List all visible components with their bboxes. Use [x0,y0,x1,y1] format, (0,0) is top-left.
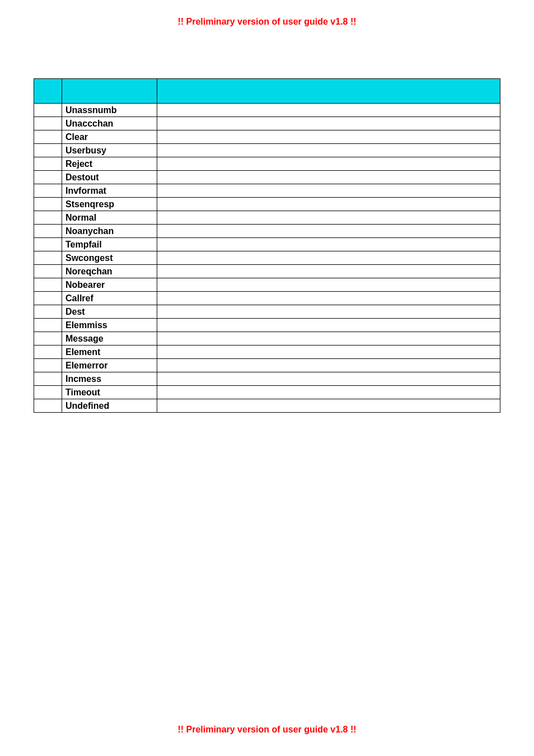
row-name-cell: Elemmiss [62,319,157,332]
table-body: UnassnumbUnaccchanClearUserbusyRejectDes… [34,79,500,413]
header-cell [34,79,62,94]
table-row: Element [34,346,500,359]
row-index-cell [34,372,62,386]
row-index-cell [34,399,62,413]
row-name-cell: Nobearer [62,278,157,292]
row-name-cell: Noanychan [62,225,157,238]
table-row: Unassnumb [34,104,500,117]
row-name-cell: Normal [62,211,157,225]
row-value-cell [157,117,500,130]
table-row: Tempfail [34,238,500,251]
row-index-cell [34,117,62,130]
table-row: Unaccchan [34,117,500,130]
row-value-cell [157,238,500,251]
table-row: Undefined [34,399,500,413]
table-row: Timeout [34,386,500,399]
row-value-cell [157,386,500,399]
table-row: Userbusy [34,144,500,157]
row-index-cell [34,184,62,198]
table-row: Elemerror [34,359,500,372]
row-value-cell [157,278,500,292]
row-name-cell: Element [62,346,157,359]
row-value-cell [157,359,500,372]
row-index-cell [34,198,62,211]
row-index-cell [34,104,62,117]
row-value-cell [157,144,500,157]
row-index-cell [34,130,62,144]
row-value-cell [157,372,500,386]
row-index-cell [34,265,62,278]
row-index-cell [34,211,62,225]
row-name-cell: Unaccchan [62,117,157,130]
header-cell [62,94,157,104]
table-row: Nobearer [34,278,500,292]
table-row: Noreqchan [34,265,500,278]
row-index-cell [34,319,62,332]
row-value-cell [157,171,500,184]
row-value-cell [157,211,500,225]
row-index-cell [34,278,62,292]
row-index-cell [34,359,62,372]
table-row: Incmess [34,372,500,386]
header-cell [62,79,157,94]
table-row: Normal [34,211,500,225]
row-name-cell: Clear [62,130,157,144]
row-index-cell [34,305,62,319]
table-row: Destout [34,171,500,184]
row-value-cell [157,305,500,319]
row-value-cell [157,346,500,359]
row-value-cell [157,319,500,332]
row-name-cell: Undefined [62,399,157,413]
parameters-table-wrap: UnassnumbUnaccchanClearUserbusyRejectDes… [34,78,500,413]
table-row: Swcongest [34,251,500,265]
row-name-cell: Incmess [62,372,157,386]
row-name-cell: Elemerror [62,359,157,372]
row-name-cell: Reject [62,157,157,171]
header-cell [157,94,500,104]
table-row: Dest [34,305,500,319]
row-name-cell: Timeout [62,386,157,399]
table-row: Reject [34,157,500,171]
row-value-cell [157,104,500,117]
row-value-cell [157,265,500,278]
row-name-cell: Userbusy [62,144,157,157]
row-name-cell: Destout [62,171,157,184]
row-value-cell [157,130,500,144]
row-index-cell [34,171,62,184]
parameters-table: UnassnumbUnaccchanClearUserbusyRejectDes… [34,78,500,413]
table-row: Noanychan [34,225,500,238]
row-value-cell [157,332,500,346]
table-header-row-bottom [34,94,500,104]
table-row: Stsenqresp [34,198,500,211]
row-value-cell [157,184,500,198]
row-value-cell [157,225,500,238]
row-index-cell [34,251,62,265]
row-name-cell: Message [62,332,157,346]
page-header-banner: !! Preliminary version of user guide v1.… [0,17,534,27]
row-name-cell: Swcongest [62,251,157,265]
header-cell [34,94,62,104]
row-value-cell [157,251,500,265]
table-row: Invformat [34,184,500,198]
table-row: Message [34,332,500,346]
row-index-cell [34,144,62,157]
row-name-cell: Tempfail [62,238,157,251]
table-header-row-top [34,79,500,94]
row-name-cell: Stsenqresp [62,198,157,211]
row-value-cell [157,292,500,305]
row-index-cell [34,386,62,399]
table-row: Clear [34,130,500,144]
row-value-cell [157,399,500,413]
row-index-cell [34,238,62,251]
row-name-cell: Unassnumb [62,104,157,117]
table-row: Elemmiss [34,319,500,332]
table-row: Callref [34,292,500,305]
row-name-cell: Dest [62,305,157,319]
row-index-cell [34,332,62,346]
row-value-cell [157,198,500,211]
row-value-cell [157,157,500,171]
row-index-cell [34,157,62,171]
row-index-cell [34,292,62,305]
row-index-cell [34,346,62,359]
row-name-cell: Callref [62,292,157,305]
